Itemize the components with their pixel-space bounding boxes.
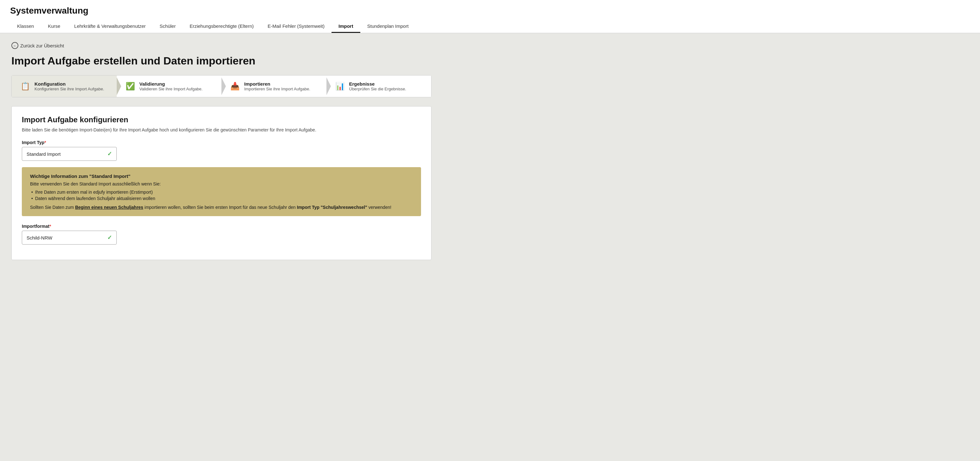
config-card-desc: Bitte laden Sie die benötigen Import-Dat…	[22, 127, 421, 132]
info-footer-prefix: Sollten Sie Daten zum	[30, 205, 75, 210]
import-typ-label: Import Typ*	[22, 140, 117, 145]
import-typ-required: *	[44, 140, 46, 145]
app-header: Systemverwaltung Klassen Kurse Lehrkräft…	[0, 0, 980, 33]
info-footer-highlight1: Beginn eines neuen Schuljahres	[75, 205, 143, 210]
info-box: Wichtige Information zum "Standard Impor…	[22, 167, 421, 216]
step-validierung[interactable]: ✅ Validierung Validieren Sie ihre Import…	[117, 76, 222, 97]
step-konfiguration-subtitle: Konfigurieren Sie ihre Import Aufgabe.	[35, 87, 104, 91]
back-arrow-icon: ←	[11, 42, 18, 49]
list-item: Ihre Daten zum ersten mal in edjufy impo…	[30, 190, 413, 195]
step-importieren[interactable]: 📥 Importieren Importieren Sie ihre Impor…	[221, 76, 326, 97]
step-validierung-icon: ✅	[126, 82, 135, 91]
step-importieren-title: Importieren	[244, 81, 310, 87]
tab-kurse[interactable]: Kurse	[41, 20, 67, 33]
tab-klassen[interactable]: Klassen	[10, 20, 41, 33]
import-typ-select[interactable]: Standard Import ✓	[22, 147, 117, 161]
tab-erziehungsberechtigte[interactable]: Erziehungsberechtigte (Eltern)	[183, 20, 261, 33]
step-importieren-subtitle: Importieren Sie ihre Import Aufgabe.	[244, 87, 310, 91]
tab-import[interactable]: Import	[331, 20, 360, 33]
info-box-footer: Sollten Sie Daten zum Beginn eines neuen…	[30, 205, 413, 210]
info-box-intro: Bitte verwenden Sie den Standard Import …	[30, 181, 413, 187]
importformat-value: Schild-NRW	[27, 235, 104, 241]
info-footer-middle: importieren wollen, sollten Sie beim ers…	[143, 205, 297, 210]
importformat-check-icon: ✓	[107, 234, 112, 241]
tab-email-fehler[interactable]: E-Mail Fehler (Systemweit)	[261, 20, 331, 33]
main-content: ← Zurück zur Übersicht Import Aufgabe er…	[0, 33, 443, 269]
step-ergebnisse-title: Ergebnisse	[349, 81, 406, 87]
importformat-label: Importformat*	[22, 224, 117, 229]
page-title: Import Aufgabe erstellen und Daten impor…	[11, 55, 431, 67]
tab-stundenplan-import[interactable]: Stundenplan Import	[360, 20, 416, 33]
import-typ-check-icon: ✓	[107, 150, 112, 157]
step-ergebnisse-icon: 📊	[335, 82, 345, 91]
importformat-required: *	[49, 224, 51, 229]
import-typ-value: Standard Import	[27, 151, 104, 157]
step-ergebnisse-subtitle: Überprüfen Sie die Ergebnisse.	[349, 87, 406, 91]
info-footer-highlight2: Import Typ "Schuljahreswechsel"	[297, 205, 367, 210]
step-konfiguration[interactable]: 📋 Konfiguration Konfigurieren Sie ihre I…	[12, 76, 117, 97]
app-title: Systemverwaltung	[10, 6, 970, 16]
back-label: Zurück zur Übersicht	[20, 43, 64, 48]
tab-lehrkraefte[interactable]: Lehrkräfte & Verwaltungsbenutzer	[67, 20, 153, 33]
importformat-select[interactable]: Schild-NRW ✓	[22, 231, 117, 244]
step-importieren-icon: 📥	[230, 82, 240, 91]
info-box-list: Ihre Daten zum ersten mal in edjufy impo…	[30, 190, 413, 201]
info-box-title: Wichtige Information zum "Standard Impor…	[30, 173, 413, 179]
step-ergebnisse[interactable]: 📊 Ergebnisse Überprüfen Sie die Ergebnis…	[326, 76, 431, 97]
import-typ-field: Import Typ* Standard Import ✓	[22, 140, 117, 161]
steps-bar: 📋 Konfiguration Konfigurieren Sie ihre I…	[11, 75, 431, 97]
back-link[interactable]: ← Zurück zur Übersicht	[11, 42, 431, 49]
list-item: Daten während dem laufenden Schuljahr ak…	[30, 196, 413, 201]
tab-schueler[interactable]: Schüler	[153, 20, 183, 33]
config-card-title: Import Aufgabe konfigurieren	[22, 115, 421, 124]
info-footer-suffix: verwenden!	[367, 205, 391, 210]
step-konfiguration-icon: 📋	[21, 82, 30, 91]
step-validierung-subtitle: Validieren Sie ihre Import Aufgabe.	[140, 87, 203, 91]
importformat-field: Importformat* Schild-NRW ✓	[22, 224, 117, 244]
step-validierung-title: Validierung	[140, 81, 203, 87]
step-konfiguration-title: Konfiguration	[35, 81, 104, 87]
config-card: Import Aufgabe konfigurieren Bitte laden…	[11, 106, 431, 260]
nav-tabs: Klassen Kurse Lehrkräfte & Verwaltungsbe…	[10, 20, 970, 33]
